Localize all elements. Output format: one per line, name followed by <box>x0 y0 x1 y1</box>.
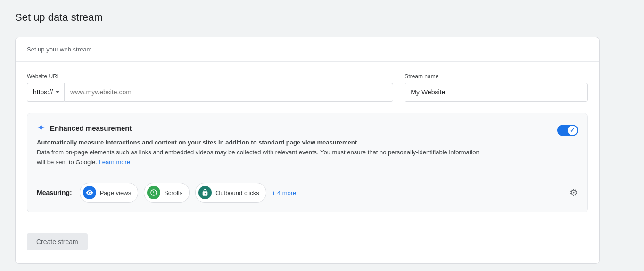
toggle-container: ✓ <box>557 125 578 136</box>
protocol-chevron-icon <box>56 91 59 93</box>
toggle-thumb: ✓ <box>568 126 577 135</box>
enhanced-desc-area: ✦ Enhanced measurement Automatically mea… <box>37 123 550 167</box>
form-row: Website URL https:// Stream name <box>27 73 588 102</box>
enhanced-toggle[interactable]: ✓ <box>557 125 578 136</box>
main-card: Set up your web stream Website URL https… <box>15 37 600 264</box>
toggle-track: ✓ <box>557 125 578 136</box>
url-input[interactable] <box>64 83 393 102</box>
scrolls-label: Scrolls <box>164 189 182 196</box>
page-views-chip[interactable]: Page views <box>80 183 138 203</box>
outbound-clicks-label: Outbound clicks <box>215 189 259 196</box>
measuring-label: Measuring: <box>37 189 72 196</box>
protocol-value: https:// <box>33 88 53 96</box>
scrolls-icon <box>147 186 160 199</box>
enhanced-title-row: ✦ Enhanced measurement <box>37 123 550 133</box>
protocol-select[interactable]: https:// <box>27 83 64 102</box>
stream-name-label: Stream name <box>405 73 588 80</box>
more-link[interactable]: + 4 more <box>272 189 297 196</box>
card-footer: Create stream <box>16 224 599 263</box>
measuring-row: Measuring: Page views Scrolls <box>37 175 578 203</box>
toggle-check-icon: ✓ <box>570 127 575 134</box>
card-header: Set up your web stream <box>16 37 599 62</box>
card-header-label: Set up your web stream <box>27 46 91 53</box>
outbound-clicks-icon <box>198 186 212 199</box>
enhanced-description: Automatically measure interactions and c… <box>37 138 489 167</box>
stream-name-input[interactable] <box>405 83 588 102</box>
enhanced-measurement-box: ✦ Enhanced measurement Automatically mea… <box>27 113 588 212</box>
page-title: Set up data stream <box>15 11 629 24</box>
enhanced-desc-bold: Automatically measure interactions and c… <box>37 139 359 146</box>
url-input-group: https:// <box>27 83 393 102</box>
card-body: Website URL https:// Stream name ✦ <box>16 62 599 212</box>
enhanced-title: Enhanced measurement <box>50 124 132 132</box>
website-url-label: Website URL <box>27 73 393 80</box>
page-views-icon <box>83 186 96 199</box>
sparkle-icon: ✦ <box>37 123 45 133</box>
create-stream-button[interactable]: Create stream <box>27 233 88 250</box>
learn-more-link[interactable]: Learn more <box>99 159 130 166</box>
enhanced-header-row: ✦ Enhanced measurement Automatically mea… <box>37 123 578 167</box>
website-url-group: Website URL https:// <box>27 73 393 102</box>
scrolls-chip[interactable]: Scrolls <box>144 183 190 203</box>
stream-name-group: Stream name <box>405 73 588 102</box>
page-views-label: Page views <box>100 189 131 196</box>
outbound-clicks-chip[interactable]: Outbound clicks <box>195 183 266 203</box>
settings-gear-icon[interactable]: ⚙ <box>570 187 578 198</box>
